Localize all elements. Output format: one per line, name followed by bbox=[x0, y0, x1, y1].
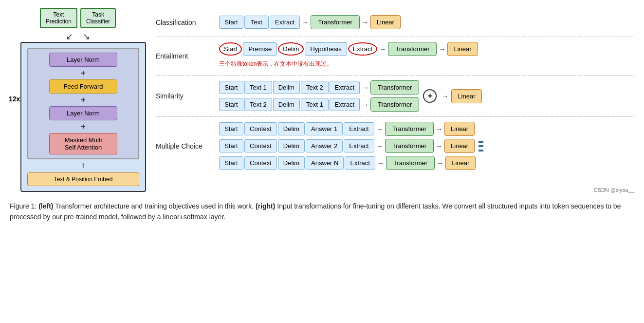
task-row-classification: Classification Start Text Extract → Tran… bbox=[156, 8, 634, 37]
token-extract: Extract bbox=[270, 16, 300, 29]
token-sequence-entailment: Start Premise Delim Hypothesis Extract →… bbox=[219, 42, 634, 56]
similarity-row1: Start Text 1 Delim Text 2 Extract → Tran… bbox=[219, 80, 419, 95]
mc1-linear: Linear bbox=[444, 122, 475, 136]
mc1-extract: Extract bbox=[344, 122, 374, 135]
mc1-answer1: Answer 1 bbox=[306, 122, 343, 135]
entail-arrow-transformer: → bbox=[379, 45, 386, 53]
sim2-extract: Extract bbox=[330, 98, 360, 111]
mc-row3: Start Context Delim Answer N Extract → T… bbox=[219, 156, 476, 170]
task-content-similarity: Start Text 1 Delim Text 2 Extract → Tran… bbox=[219, 80, 634, 112]
task-label-entailment: Entailment bbox=[156, 52, 219, 60]
sim1-text1: Text 1 bbox=[244, 81, 272, 94]
similarity-linear: Linear bbox=[451, 89, 481, 103]
transformer-box: Transformer bbox=[311, 15, 359, 29]
similarity-plus-circle: + bbox=[423, 89, 437, 103]
mc3-linear: Linear bbox=[445, 156, 476, 170]
mc3-answern: Answer N bbox=[306, 156, 344, 170]
mc2-answer2: Answer 2 bbox=[306, 139, 343, 152]
token-start: Start bbox=[219, 16, 243, 29]
mc3-delim: Delim bbox=[278, 156, 305, 170]
diagram-area: 12x TextPrediction TaskClassifier ↙ ↘ La… bbox=[10, 8, 634, 192]
bracket-line-3 bbox=[478, 150, 483, 152]
sim2-transformer: Transformer bbox=[370, 97, 419, 112]
mc3-start: Start bbox=[219, 156, 243, 170]
arch-label-12x: 12x bbox=[9, 95, 20, 103]
mc2-arrow: → bbox=[376, 142, 383, 150]
token-text: Text bbox=[244, 16, 269, 29]
mc1-transformer: Transformer bbox=[385, 122, 434, 136]
mc-row2: Start Context Delim Answer 2 Extract → T… bbox=[219, 139, 476, 153]
entailment-transformer: Transformer bbox=[388, 42, 437, 56]
diagram-wrapper: 12x TextPrediction TaskClassifier ↙ ↘ La… bbox=[10, 8, 634, 192]
arch-top-row: TextPrediction TaskClassifier bbox=[10, 8, 146, 28]
arrow-to-transformer: → bbox=[302, 19, 309, 26]
token-delim-red: Delim bbox=[278, 42, 304, 56]
entailment-linear: Linear bbox=[447, 42, 478, 56]
arch-outer-box: Layer Norm + Feed Forward + Layer Norm +… bbox=[20, 42, 146, 192]
task-row-entailment: Entailment Start Premise Delim Hypothesi… bbox=[156, 37, 634, 76]
arch-layer-norm-bottom: Layer Norm bbox=[49, 106, 117, 120]
task-classifier-box: TaskClassifier bbox=[80, 8, 116, 28]
task-row-similarity: Similarity Start Text 1 Delim Text 2 bbox=[156, 76, 634, 117]
mc2-transformer: Transformer bbox=[385, 139, 434, 153]
mc2-start: Start bbox=[219, 139, 243, 152]
task-label-mc: Multiple Choice bbox=[156, 142, 219, 150]
main-container: 12x TextPrediction TaskClassifier ↙ ↘ La… bbox=[10, 8, 634, 223]
task-content-entailment: Start Premise Delim Hypothesis Extract →… bbox=[219, 42, 634, 70]
sim1-transformer: Transformer bbox=[370, 80, 419, 95]
mc3-context: Context bbox=[244, 156, 277, 170]
token-start-red: Start bbox=[219, 42, 242, 56]
arch-plus-1: + bbox=[81, 69, 85, 77]
mc1-arrow: → bbox=[376, 125, 383, 133]
mc2-delim: Delim bbox=[278, 139, 305, 152]
arch-plus-2: + bbox=[81, 95, 85, 104]
arch-plus-3: + bbox=[81, 122, 85, 131]
entail-arrow-linear: → bbox=[439, 45, 445, 53]
arch-arrows-from-top: ↙ ↘ bbox=[10, 32, 146, 41]
left-panel: 12x TextPrediction TaskClassifier ↙ ↘ La… bbox=[10, 8, 146, 192]
task-content-mc: Start Context Delim Answer 1 Extract → T… bbox=[219, 122, 634, 170]
token-premise: Premise bbox=[243, 42, 277, 56]
bracket-line-2 bbox=[478, 145, 483, 147]
token-extract-red: Extract bbox=[348, 42, 377, 56]
figure-caption: Figure 1: (left) Transformer architectur… bbox=[10, 201, 633, 223]
mc3-arrow: → bbox=[377, 159, 384, 167]
arrow-to-linear: → bbox=[362, 19, 368, 26]
task-label-similarity: Similarity bbox=[156, 92, 219, 100]
sim2-delim: Delim bbox=[273, 98, 300, 111]
caption-left-bold: (left) bbox=[38, 202, 53, 210]
sim2-arrow: → bbox=[362, 101, 368, 109]
task-label-classification: Classification bbox=[156, 19, 219, 26]
mc3-extract: Extract bbox=[345, 156, 375, 170]
sim-arrow-linear: → bbox=[442, 92, 448, 100]
arch-layer-norm-top: Layer Norm bbox=[49, 53, 117, 67]
mc1-start: Start bbox=[219, 122, 243, 135]
arch-up-arrow: ↑ bbox=[27, 161, 139, 170]
arch-embed-box: Text & Position Embed bbox=[27, 172, 139, 186]
mc2-extract: Extract bbox=[344, 139, 374, 152]
sim2-start: Start bbox=[219, 98, 243, 111]
right-panel: Classification Start Text Extract → Tran… bbox=[156, 8, 634, 175]
caption-left-text: Transformer architecture and training ob… bbox=[53, 202, 254, 210]
linear-box: Linear bbox=[370, 15, 401, 29]
mc1-context: Context bbox=[244, 122, 277, 135]
mc2-linear: Linear bbox=[444, 139, 475, 153]
bracket-line-1 bbox=[478, 141, 483, 143]
arch-inner-box: Layer Norm + Feed Forward + Layer Norm +… bbox=[27, 48, 139, 159]
sim1-extract: Extract bbox=[330, 81, 360, 94]
mc2-arrow-linear: → bbox=[436, 142, 442, 150]
mc2-context: Context bbox=[244, 139, 277, 152]
mc1-arrow-linear: → bbox=[436, 125, 442, 133]
text-prediction-box: TextPrediction bbox=[40, 8, 77, 28]
sim2-text1: Text 1 bbox=[301, 98, 329, 111]
watermark: CSDN @xlyou__ bbox=[594, 187, 634, 193]
chinese-note: 三个特殊token表示，在文本中没有出现过。 bbox=[219, 60, 634, 68]
sim1-delim: Delim bbox=[273, 81, 300, 94]
sim1-start: Start bbox=[219, 81, 243, 94]
mc-bracket bbox=[478, 141, 483, 152]
caption-right-bold: (right) bbox=[254, 202, 275, 210]
arch-masked-attn: Masked MultiSelf Attention bbox=[49, 133, 117, 154]
task-row-multiple-choice: Multiple Choice Start Context Delim Answ… bbox=[156, 117, 634, 175]
sim2-text2: Text 2 bbox=[244, 98, 272, 111]
mc3-arrow-linear: → bbox=[437, 159, 443, 167]
